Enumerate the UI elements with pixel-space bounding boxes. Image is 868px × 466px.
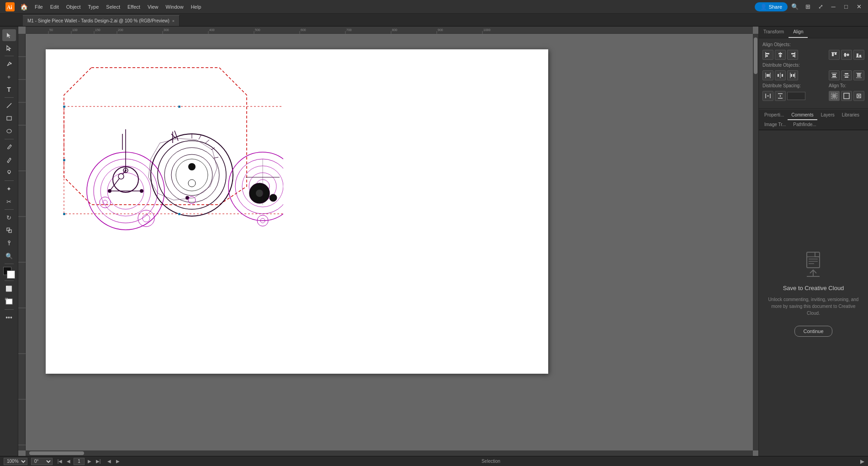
svg-text:600: 600 [301, 28, 306, 32]
first-page-button[interactable]: |◀ [56, 458, 64, 465]
align-center-v[interactable] [841, 50, 852, 60]
align-to-key-object[interactable] [853, 91, 864, 101]
document-tab[interactable]: M1 - Single Piece Wallet - Tardis Design… [23, 15, 180, 26]
selection-tool[interactable] [2, 29, 16, 41]
distribute-center-v[interactable] [841, 70, 852, 80]
tab-transform[interactable]: Transform [759, 26, 789, 38]
svg-rect-131 [791, 74, 792, 77]
search-button[interactable]: 🔍 [789, 1, 800, 12]
svg-text:700: 700 [346, 28, 352, 32]
menu-edit[interactable]: Edit [47, 2, 63, 11]
rotation-select[interactable]: 0° 90° 180° [31, 458, 53, 465]
fullscreen-button[interactable]: ⤢ [815, 1, 826, 12]
close-tab-button[interactable]: × [172, 19, 175, 23]
prev-page-button[interactable]: ◀ [65, 458, 72, 465]
tab-pathfinder[interactable]: Pathfinde... [789, 120, 820, 129]
align-center-h[interactable] [775, 50, 786, 60]
scale-tool[interactable] [2, 224, 16, 236]
distribute-bottom[interactable] [853, 70, 864, 80]
distribute-top[interactable] [829, 70, 840, 80]
align-to-selection[interactable] [829, 91, 840, 101]
menu-type[interactable]: Type [85, 2, 103, 11]
tool-separator-1 [5, 56, 14, 56]
last-page-button[interactable]: ▶| [95, 458, 102, 465]
svg-rect-96 [63, 106, 65, 108]
menu-object[interactable]: Object [63, 2, 85, 11]
distribute-center-h[interactable] [775, 70, 786, 80]
tab-comments[interactable]: Comments [788, 111, 817, 120]
tab-properties[interactable]: Properti... [761, 111, 788, 120]
svg-rect-98 [63, 213, 65, 215]
line-tool[interactable] [2, 100, 16, 111]
distribute-spacing-h[interactable] [762, 91, 773, 101]
distribute-left[interactable] [762, 70, 773, 80]
change-screen-mode[interactable]: ⬜ [2, 283, 16, 295]
scrollbar-thumb-horizontal[interactable] [29, 451, 84, 455]
eraser-tool[interactable]: ✦ [2, 183, 16, 195]
expand-status-button[interactable]: ▶ [860, 458, 864, 465]
svg-point-59 [140, 189, 143, 193]
page-number-input[interactable] [74, 458, 85, 465]
cloud-title: Save to Creative Cloud [783, 285, 844, 291]
paintbrush-tool[interactable] [2, 141, 16, 153]
tab-image-trace[interactable]: Image Tr... [761, 120, 789, 129]
add-anchor-tool[interactable]: + [2, 71, 16, 83]
align-to-artboard[interactable] [841, 91, 852, 101]
pen-tool[interactable] [2, 58, 16, 70]
grid-button[interactable]: ⊞ [802, 1, 813, 12]
distribute-right[interactable] [787, 70, 798, 80]
prev-artboard-button[interactable]: ◀ [106, 458, 113, 465]
zoom-tool[interactable]: 🔍 [2, 250, 16, 262]
close-button[interactable]: ✕ [853, 1, 864, 12]
scissors-tool[interactable]: ✂ [2, 196, 16, 207]
direct-selection-tool[interactable] [2, 42, 16, 54]
rotate-tool[interactable]: ↻ [2, 212, 16, 223]
menu-view[interactable]: View [144, 2, 162, 11]
home-icon[interactable]: 🏠 [18, 1, 29, 12]
svg-point-63 [103, 200, 107, 205]
distribute-objects-label: Distribute Objects: [762, 63, 864, 68]
align-left-edges[interactable] [762, 50, 773, 60]
svg-rect-103 [178, 213, 180, 215]
svg-rect-139 [845, 77, 848, 78]
tab-layers[interactable]: Layers [817, 111, 838, 120]
color-swatch[interactable] [3, 267, 15, 279]
scrollbar-thumb-vertical[interactable] [754, 37, 757, 74]
svg-rect-124 [767, 74, 768, 77]
menu-effect[interactable]: Effect [124, 2, 144, 11]
menu-window[interactable]: Window [162, 2, 187, 11]
align-right-edges[interactable] [787, 50, 798, 60]
continue-button[interactable]: Continue [794, 326, 832, 337]
menu-help[interactable]: Help [187, 2, 205, 11]
menu-file[interactable]: File [31, 2, 47, 11]
share-button[interactable]: 👤 Share [755, 2, 788, 11]
distribute-spacing-row [762, 91, 805, 101]
minimize-button[interactable]: ─ [828, 1, 839, 12]
svg-text:100: 100 [72, 28, 78, 32]
blob-brush-tool[interactable] [2, 167, 16, 179]
text-tool[interactable]: T [2, 84, 16, 95]
edit-toolbar-button[interactable]: ••• [2, 312, 16, 323]
tab-align[interactable]: Align [789, 26, 808, 38]
maximize-button[interactable]: □ [841, 1, 852, 12]
next-artboard-button[interactable]: ▶ [114, 458, 122, 465]
pencil-tool[interactable] [2, 154, 16, 166]
align-bottom-edges[interactable] [853, 50, 864, 60]
spacing-input[interactable] [787, 92, 805, 100]
next-page-button[interactable]: ▶ [86, 458, 93, 465]
menu-select[interactable]: Select [102, 2, 124, 11]
rect-tool[interactable] [2, 112, 16, 124]
canvas-area[interactable]: 50 100 150 200 300 400 500 600 7 [18, 26, 758, 456]
stroke-color[interactable] [7, 270, 15, 279]
artboard-tool[interactable] [2, 296, 16, 307]
align-top-edges[interactable] [829, 50, 840, 60]
zoom-select[interactable]: 100% 50% 200% [4, 458, 27, 465]
tab-libraries[interactable]: Libraries [838, 111, 863, 120]
svg-line-3 [7, 103, 11, 108]
puppet-warp-tool[interactable] [2, 237, 16, 249]
distribute-spacing-v[interactable] [775, 91, 786, 101]
ellipse-tool[interactable] [2, 125, 16, 137]
canvas-scrollbar-vertical[interactable] [753, 34, 758, 450]
canvas-scrollbar-horizontal[interactable] [26, 450, 753, 456]
canvas-inner[interactable] [26, 34, 753, 450]
